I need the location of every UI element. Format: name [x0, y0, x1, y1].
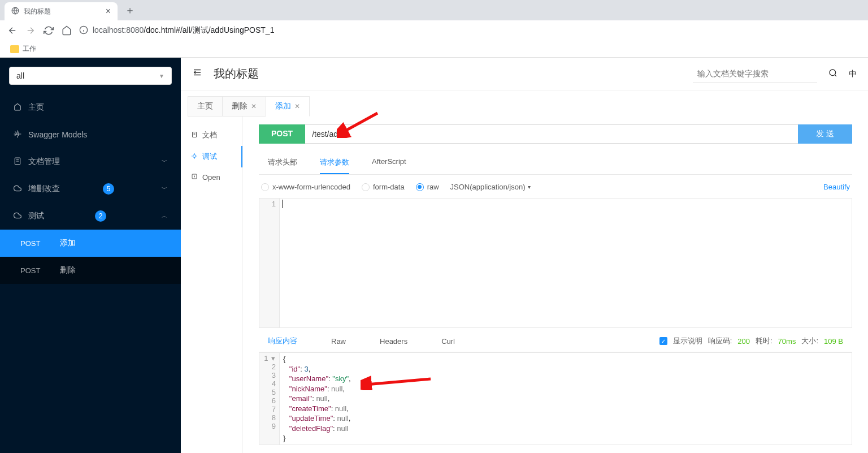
http-method-badge: POST — [259, 124, 305, 144]
resp-size-label: 大小: — [801, 336, 818, 346]
count-badge: 2 — [95, 210, 106, 222]
beautify-button[interactable]: Beautify — [823, 183, 850, 191]
sidebar-subitem-label: 删除 — [60, 265, 76, 275]
cloud-icon — [14, 184, 21, 194]
address-bar: localhost:8080/doc.html#/all/测试/addUsing… — [0, 20, 868, 41]
close-tab-icon[interactable]: × — [106, 6, 111, 16]
sidebar-item-home[interactable]: 主页 — [0, 94, 181, 121]
svg-point-11 — [830, 70, 836, 76]
request-body-editor[interactable]: 1 — [259, 198, 852, 328]
tab-resp-headers[interactable]: Headers — [380, 337, 407, 346]
show-desc-label: 显示说明 — [673, 336, 702, 346]
http-method: POST — [20, 239, 47, 248]
sidebar-item-doc-mgmt[interactable]: 文档管理 ﹀ — [0, 148, 181, 175]
work-area: 文档 调试 Open POST /test/add 发 送 — [181, 117, 868, 453]
sidebar-item-crud[interactable]: 增删改查 5 ﹀ — [0, 175, 181, 202]
open-icon — [191, 173, 198, 182]
search-input[interactable] — [693, 65, 817, 83]
globe-icon — [11, 7, 19, 16]
forward-button[interactable] — [25, 25, 36, 36]
new-tab-button[interactable]: ＋ — [122, 2, 138, 18]
radio-label: raw — [427, 183, 439, 191]
editor-gutter: 1 ▾23456789 — [259, 353, 280, 445]
svg-point-16 — [193, 154, 196, 157]
group-select[interactable]: all ▼ — [9, 67, 172, 85]
search-icon[interactable] — [828, 68, 837, 80]
svg-rect-21 — [192, 174, 197, 179]
group-select-value: all — [16, 71, 24, 80]
sidebar-subitem-del[interactable]: POST 删除 — [0, 257, 181, 284]
close-icon[interactable]: ✕ — [251, 102, 257, 110]
sidebar-subitem-add[interactable]: POST 添加 — [0, 230, 181, 257]
tab-label: 添加 — [275, 101, 291, 111]
sidebar-item-swagger[interactable]: Swagger Models — [0, 121, 181, 148]
tab-afterscript[interactable]: AfterScript — [372, 152, 406, 174]
tab-req-headers[interactable]: 请求头部 — [268, 152, 297, 174]
folder-icon — [10, 45, 19, 53]
sidebar-submenu-test: POST 添加 POST 删除 — [0, 230, 181, 284]
chevron-down-icon: ﹀ — [162, 185, 167, 193]
back-button[interactable] — [7, 25, 18, 36]
tab-resp-curl[interactable]: Curl — [441, 337, 455, 346]
sidebar-item-label: 增删改查 — [28, 184, 60, 194]
sidebar-item-test[interactable]: 测试 2 ︿ — [0, 202, 181, 230]
home-button[interactable] — [61, 25, 72, 36]
tab-label: 删除 — [232, 101, 248, 111]
api-path-input[interactable]: /test/add — [305, 124, 798, 144]
bug-icon — [191, 153, 198, 161]
detail-nav-doc[interactable]: 文档 — [181, 124, 242, 146]
top-header: 我的标题 中 — [181, 58, 868, 90]
sidebar-item-label: 文档管理 — [28, 157, 60, 167]
collapse-sidebar-button[interactable] — [192, 67, 202, 80]
tab-req-params[interactable]: 请求参数 — [320, 152, 349, 174]
body-type-row: x-www-form-urlencoded form-data raw JSON… — [259, 183, 852, 198]
line-number: 1 — [263, 200, 276, 208]
browser-tab[interactable]: 我的标题 × — [5, 2, 118, 20]
url-input[interactable]: localhost:8080/doc.html#/all/测试/addUsing… — [79, 25, 861, 36]
detail-nav-label: 文档 — [202, 130, 217, 140]
send-button[interactable]: 发 送 — [798, 124, 852, 144]
language-switch[interactable]: 中 — [849, 69, 857, 79]
http-method: POST — [20, 266, 47, 275]
detail-nav-open[interactable]: Open — [181, 167, 242, 187]
detail-nav-label: Open — [202, 173, 220, 182]
main-area: 我的标题 中 主页 删除 ✕ 添加 ✕ 文档 — [181, 58, 868, 453]
radio-icon — [416, 183, 424, 191]
bookmark-item[interactable]: 工作 — [23, 44, 36, 54]
radio-icon — [261, 183, 269, 191]
tab-resp-content[interactable]: 响应内容 — [268, 336, 297, 346]
content-type-select[interactable]: JSON(application/json) ▾ — [450, 183, 531, 191]
resp-time-value: 70ms — [778, 337, 796, 346]
home-icon — [14, 103, 21, 113]
radio-raw[interactable]: raw — [416, 183, 439, 191]
editor-body[interactable] — [280, 199, 852, 327]
checkbox-show-desc[interactable]: ✓ — [659, 337, 667, 345]
radio-form-urlencoded[interactable]: x-www-form-urlencoded — [261, 183, 350, 191]
editor-body: { "id": 3, "userName": "sky", "nickName"… — [280, 353, 852, 445]
editor-gutter: 1 — [259, 199, 280, 327]
chevron-down-icon: ﹀ — [162, 158, 167, 166]
resp-time-label: 耗时: — [756, 336, 772, 346]
count-badge: 5 — [103, 183, 114, 195]
response-body-editor[interactable]: 1 ▾23456789 { "id": 3, "userName": "sky"… — [259, 352, 852, 445]
file-icon — [191, 131, 198, 140]
close-icon[interactable]: ✕ — [294, 102, 300, 110]
model-icon — [14, 130, 21, 140]
tab-label: 主页 — [197, 101, 213, 111]
request-tabs: 请求头部 请求参数 AfterScript — [259, 152, 852, 175]
radio-label: x-www-form-urlencoded — [272, 183, 350, 191]
reload-button[interactable] — [43, 25, 54, 36]
tab-add[interactable]: 添加 ✕ — [266, 96, 310, 117]
detail-nav-debug[interactable]: 调试 — [181, 146, 242, 167]
info-icon — [79, 25, 88, 36]
tab-resp-raw[interactable]: Raw — [331, 337, 346, 346]
sidebar-menu: 主页 Swagger Models 文档管理 ﹀ 增删改查 5 ﹀ 测试 2 — [0, 94, 181, 453]
api-path-value: /test/add — [312, 130, 342, 139]
resp-size-value: 109 B — [824, 337, 843, 346]
tab-home[interactable]: 主页 — [188, 96, 223, 117]
radio-form-data[interactable]: form-data — [362, 183, 405, 191]
radio-icon — [362, 183, 370, 191]
browser-tab-bar: 我的标题 × ＋ — [0, 0, 868, 20]
tab-delete[interactable]: 删除 ✕ — [222, 96, 266, 117]
chevron-down-icon: ▼ — [159, 73, 164, 79]
